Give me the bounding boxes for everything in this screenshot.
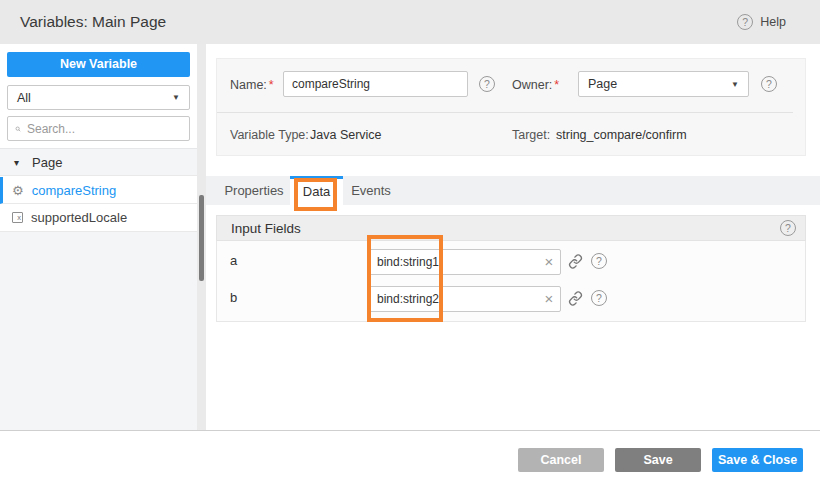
required-asterisk: *: [554, 78, 559, 92]
clear-icon[interactable]: ×: [541, 291, 557, 307]
required-asterisk: *: [269, 78, 274, 92]
filter-selected-value: All: [17, 91, 31, 105]
cancel-button[interactable]: Cancel: [518, 448, 604, 472]
search-icon: [15, 123, 21, 135]
tree-item-label: compareString: [32, 183, 117, 198]
tab-data[interactable]: Data: [290, 176, 343, 205]
tree-item-label: supportedLocale: [31, 210, 127, 225]
tree-item-comparestring[interactable]: ⚙ compareString: [0, 177, 197, 204]
chevron-down-icon: ▼: [172, 93, 180, 102]
help-icon: ?: [737, 14, 753, 30]
bind-link-icon[interactable]: [568, 254, 583, 269]
tree-group-label: Page: [32, 155, 62, 170]
owner-select[interactable]: Page ▼: [578, 71, 749, 97]
target-value: string_compare/confirm: [556, 128, 687, 142]
variable-search[interactable]: [7, 116, 190, 141]
field-b-input[interactable]: [368, 286, 561, 312]
save-button[interactable]: Save: [615, 448, 701, 472]
locale-icon: x: [12, 212, 23, 223]
tab-bar: Properties Data Events: [206, 176, 820, 205]
variable-type-label: Variable Type:: [230, 128, 309, 142]
name-field[interactable]: [283, 71, 468, 97]
panel-divider: [217, 112, 793, 113]
page-title: Variables: Main Page: [20, 0, 166, 44]
save-and-close-button[interactable]: Save & Close: [712, 448, 803, 472]
field-b-label: b: [230, 290, 237, 305]
owner-selected-value: Page: [588, 77, 617, 91]
name-help-icon[interactable]: ?: [479, 76, 495, 92]
input-fields-header: Input Fields ?: [216, 215, 806, 241]
tab-events[interactable]: Events: [343, 176, 399, 205]
variable-filter-select[interactable]: All ▼: [7, 85, 190, 110]
variable-type-value: Java Service: [310, 128, 382, 142]
clear-icon[interactable]: ×: [541, 254, 557, 270]
target-label: Target:: [512, 128, 550, 142]
sidebar-scrollbar-thumb[interactable]: [199, 195, 204, 281]
sidebar-empty-area: [0, 232, 197, 430]
input-fields-help-icon[interactable]: ?: [780, 220, 796, 236]
help-label: Help: [760, 15, 786, 29]
field-a-help-icon[interactable]: ?: [591, 253, 607, 269]
bind-link-icon[interactable]: [568, 291, 583, 306]
field-a-input[interactable]: [368, 249, 561, 275]
tree-item-supportedlocale[interactable]: x supportedLocale: [0, 204, 197, 232]
tab-properties[interactable]: Properties: [218, 176, 290, 205]
footer-divider: [0, 430, 820, 431]
gear-icon: ⚙: [12, 184, 24, 197]
owner-help-icon[interactable]: ?: [761, 76, 777, 92]
search-input[interactable]: [27, 122, 182, 136]
input-fields-title: Input Fields: [231, 221, 301, 236]
chevron-down-icon: ▼: [731, 80, 739, 89]
expander-down-icon[interactable]: ▾: [14, 157, 28, 168]
name-label: Name:*: [230, 78, 274, 92]
owner-label: Owner:*: [512, 78, 559, 92]
field-a-label: a: [230, 253, 237, 268]
dialog-header: Variables: Main Page ? Help: [0, 0, 820, 44]
variables-dialog: Variables: Main Page ? Help New Variable…: [0, 0, 820, 490]
field-b-help-icon[interactable]: ?: [591, 290, 607, 306]
tree-group-page[interactable]: ▾ Page: [0, 148, 197, 176]
help-link[interactable]: ? Help: [737, 0, 786, 44]
new-variable-button[interactable]: New Variable: [7, 52, 190, 77]
